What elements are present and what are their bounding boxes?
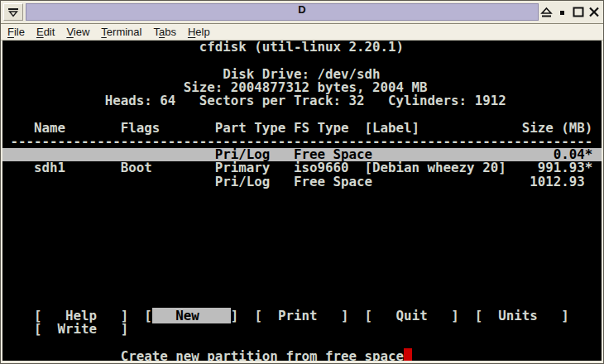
titlebar[interactable]: D xyxy=(1,1,603,24)
cfdisk-button-write[interactable]: [ Write ] xyxy=(34,321,128,337)
terminal-window: D xyxy=(0,0,604,364)
window-controls xyxy=(539,3,602,21)
cfdisk-button-new[interactable]: [ xyxy=(144,308,152,323)
menu-item-view[interactable]: View xyxy=(66,26,89,38)
terminal-cursor xyxy=(404,348,412,361)
partition-row-free-space-2[interactable]: Pri/Log Free Space 1012.93 xyxy=(2,175,602,189)
window-title: D xyxy=(1,3,603,16)
menu-item-tabs[interactable]: Tabs xyxy=(153,26,175,38)
menu-item-file[interactable]: File xyxy=(7,26,25,38)
menu-item-help[interactable]: Help xyxy=(188,26,210,38)
menu-item-terminal[interactable]: Terminal xyxy=(101,26,141,38)
terminal-row: [ Write ] xyxy=(2,323,602,336)
terminal-text: cfdisk (util-linux 2.20.1) xyxy=(2,41,404,55)
terminal-row xyxy=(2,189,602,202)
maximize-button[interactable] xyxy=(570,3,586,21)
terminal-screen[interactable]: cfdisk (util-linux 2.20.1) Disk Drive: /… xyxy=(2,41,602,361)
minimize-button[interactable] xyxy=(554,3,570,21)
terminal-text: Pri/Log Free Space 1012.93 xyxy=(2,174,585,189)
terminal-text xyxy=(2,321,34,337)
cfdisk-button-print[interactable]: [ Print ] xyxy=(254,308,348,323)
terminal-row xyxy=(2,269,602,282)
cfdisk-button-new[interactable]: ] xyxy=(231,308,239,323)
close-icon xyxy=(587,6,601,18)
terminal-text xyxy=(349,308,365,323)
terminal-row xyxy=(2,215,602,228)
shade-button[interactable] xyxy=(539,3,554,21)
terminal-row xyxy=(2,256,602,269)
terminal-row xyxy=(2,202,602,215)
terminal-row: Heads: 64 Sectors per Track: 32 Cylinder… xyxy=(2,94,602,108)
cfdisk-button-new-label[interactable]: New xyxy=(152,308,231,323)
cfdisk-button-units[interactable]: [ Units ] xyxy=(475,308,569,323)
cfdisk-button-quit[interactable]: [ Quit ] xyxy=(365,308,459,323)
shade-icon xyxy=(540,7,553,18)
terminal-row: Create new partition from free space xyxy=(2,350,602,361)
minimize-icon xyxy=(556,7,568,18)
terminal-row xyxy=(2,229,602,242)
terminal-text xyxy=(459,308,475,323)
status-line: Create new partition from free space xyxy=(2,348,404,361)
menubar: FileEditViewTerminalTabsHelp xyxy=(1,24,603,41)
maximize-icon xyxy=(572,6,585,18)
terminal-row: cfdisk (util-linux 2.20.1) xyxy=(2,41,602,54)
terminal-text xyxy=(238,308,254,323)
menu-item-edit[interactable]: Edit xyxy=(36,26,55,38)
terminal-row xyxy=(2,242,602,256)
terminal-row xyxy=(2,283,602,296)
terminal-text xyxy=(128,308,144,323)
close-button[interactable] xyxy=(586,3,602,21)
terminal-text: Heads: 64 Sectors per Track: 32 Cylinder… xyxy=(2,93,506,108)
